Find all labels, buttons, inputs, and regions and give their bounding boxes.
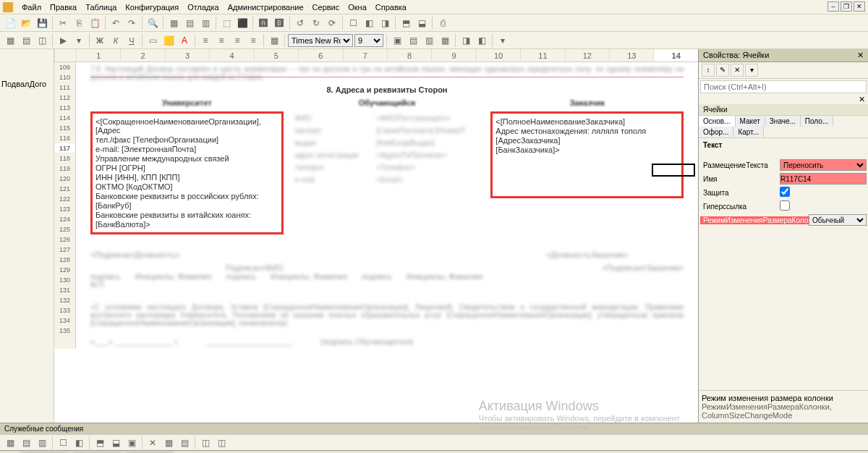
col-2[interactable]: 2 (120, 49, 164, 62)
bt-icon-12[interactable]: ◫ (198, 436, 213, 450)
row-120[interactable]: 120 (54, 174, 75, 184)
bt-icon-6[interactable]: ⬒ (93, 436, 107, 450)
tb-icon-7[interactable]: 🅱 (272, 16, 286, 30)
col-14[interactable]: 14 (653, 49, 697, 62)
tab-layout[interactable]: Макет (736, 116, 765, 127)
row-114[interactable]: 114 (54, 113, 75, 123)
tb-icon-6[interactable]: 🅰 (256, 16, 271, 30)
textcolor-icon[interactable]: A (177, 33, 192, 48)
row-115[interactable]: 115 (54, 123, 75, 133)
row-135[interactable]: 135 (54, 326, 75, 336)
row-129[interactable]: 129 (54, 265, 75, 275)
tf-icon-14[interactable]: ◨ (459, 33, 473, 48)
row-109[interactable]: 109 (54, 62, 75, 72)
col-9[interactable]: 9 (431, 49, 475, 62)
tab-format[interactable]: Офор... (699, 127, 733, 137)
prop-protect-checkbox[interactable] (780, 187, 790, 197)
row-132[interactable]: 132 (54, 295, 75, 305)
row-130[interactable]: 130 (54, 275, 75, 285)
row-118[interactable]: 118 (54, 153, 75, 164)
col-6[interactable]: 6 (298, 49, 342, 62)
menu-edit[interactable]: Правка (46, 3, 81, 12)
row-119[interactable]: 119 (54, 164, 75, 174)
size-select[interactable]: 9 (354, 34, 383, 47)
col-12[interactable]: 12 (565, 49, 609, 62)
bt-icon-10[interactable]: ▦ (161, 436, 176, 450)
tab-picture[interactable]: Карт... (733, 127, 764, 137)
tb-icon-9[interactable]: ↻ (309, 16, 323, 30)
tf-icon-16[interactable]: ▾ (495, 33, 510, 48)
tf-icon-10[interactable]: ▣ (390, 33, 404, 48)
tf-icon-1[interactable]: ▦ (3, 33, 17, 48)
customer-block[interactable]: <[ПолноеНаименованиеЗаказчика] Адрес мес… (490, 111, 684, 198)
tf-icon-12[interactable]: ▥ (422, 33, 436, 48)
col-11[interactable]: 11 (520, 49, 564, 62)
menu-config[interactable]: Конфигурация (121, 3, 183, 12)
bt-icon-13[interactable]: ◫ (214, 436, 229, 450)
prop-name-input[interactable] (780, 173, 867, 185)
row-112[interactable]: 112 (54, 93, 75, 103)
redo-icon[interactable]: ↷ (124, 16, 139, 30)
search-clear-icon[interactable]: ✕ (859, 95, 865, 103)
tb-icon-4[interactable]: ⬚ (219, 16, 234, 30)
menu-debug[interactable]: Отладка (183, 3, 223, 12)
tf-icon-11[interactable]: ▤ (406, 33, 420, 48)
tb-icon-1[interactable]: ▦ (166, 16, 181, 30)
tf-icon-2[interactable]: ▤ (19, 33, 33, 48)
bt-icon-8[interactable]: ▣ (124, 436, 139, 450)
italic-icon[interactable]: К (109, 33, 123, 48)
col-5[interactable]: 5 (254, 49, 298, 62)
row-134[interactable]: 134 (54, 316, 75, 326)
tb-icon-5[interactable]: ⬛ (235, 16, 250, 30)
tb-icon-13[interactable]: ◨ (378, 16, 392, 30)
bgcolor-icon[interactable]: 🟨 (161, 33, 176, 48)
tf-icon-3[interactable]: ◫ (35, 33, 49, 48)
panel-tbtn-3[interactable]: ✕ (731, 64, 744, 77)
menu-service[interactable]: Сервис (308, 3, 344, 12)
tb-icon-2[interactable]: ▤ (182, 16, 197, 30)
row-117[interactable]: 117 (54, 143, 75, 153)
align-justify-icon[interactable]: ≡ (246, 33, 260, 48)
row-121[interactable]: 121 (54, 184, 75, 194)
row-113[interactable]: 113 (54, 103, 75, 113)
row-128[interactable]: 128 (54, 255, 75, 265)
underline-icon[interactable]: Ч (124, 33, 139, 48)
bt-icon-5[interactable]: ◧ (72, 436, 86, 450)
prop-link-checkbox[interactable] (780, 200, 790, 211)
tb-icon-15[interactable]: ⬓ (414, 16, 429, 30)
save-icon[interactable]: 💾 (35, 16, 49, 30)
tab-position[interactable]: Поло... (801, 116, 833, 127)
tb-icon-14[interactable]: ⬒ (399, 16, 413, 30)
panel-search-input[interactable] (700, 80, 867, 93)
row-125[interactable]: 125 (54, 224, 75, 234)
menu-admin[interactable]: Администрирование (224, 3, 308, 12)
tab-main[interactable]: Основ... (699, 116, 736, 127)
close-button[interactable]: ✕ (854, 1, 865, 12)
col-13[interactable]: 13 (609, 49, 653, 62)
panel-tbtn-4[interactable]: ▾ (745, 64, 758, 77)
bt-icon-3[interactable]: ▥ (35, 436, 49, 450)
row-110[interactable]: 110 (54, 72, 75, 82)
find-icon[interactable]: 🔍 (145, 16, 160, 30)
panel-close-icon[interactable]: ✕ (857, 51, 864, 60)
paste-icon[interactable]: 📋 (88, 16, 102, 30)
align-right-icon[interactable]: ≡ (230, 33, 244, 48)
menu-windows[interactable]: Окна (344, 3, 371, 12)
align-left-icon[interactable]: ≡ (198, 33, 213, 48)
undo-icon[interactable]: ↶ (109, 16, 123, 30)
page-content[interactable]: 7.8. Настоящий Договор составлен в шести… (76, 62, 698, 349)
tf-icon-15[interactable]: ◧ (475, 33, 489, 48)
row-111[interactable]: 111 (54, 82, 75, 93)
tf-icon-13[interactable]: ▦ (438, 33, 452, 48)
row-123[interactable]: 123 (54, 204, 75, 214)
bold-icon[interactable]: Ж (93, 33, 107, 48)
tb-icon-8[interactable]: ↺ (293, 16, 307, 30)
bt-icon-1[interactable]: ▦ (3, 436, 17, 450)
menu-help[interactable]: Справка (371, 3, 411, 12)
cut-icon[interactable]: ✂ (56, 16, 70, 30)
copy-icon[interactable]: ⎘ (72, 16, 86, 30)
col-7[interactable]: 7 (343, 49, 387, 62)
col-4[interactable]: 4 (209, 49, 253, 62)
tb-icon-3[interactable]: ▥ (198, 16, 213, 30)
selected-cell[interactable] (652, 164, 695, 177)
